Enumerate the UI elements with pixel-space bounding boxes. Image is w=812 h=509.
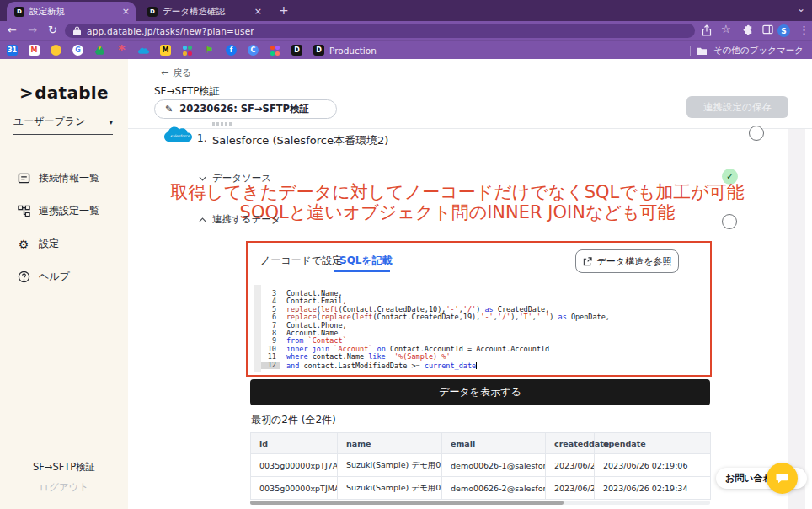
plan-selector[interactable]: ユーザープラン ▾ [13, 115, 113, 135]
sidebar-task-label: SF→SFTP検証 [0, 461, 128, 474]
bookmark-icon-drive[interactable] [94, 45, 105, 56]
back-nav-icon[interactable]: ← [8, 24, 17, 36]
sidebar-item-label: 接続情報一覧 [39, 171, 99, 185]
bookmark-icon-miro[interactable]: M [160, 45, 171, 56]
table-cell: 0035g00000xpTJMAA2 [251, 477, 338, 500]
annotation-line1: 取得してきたデータに対してノーコードだけでなくSQLでも加工が可能 [128, 182, 787, 202]
gear-icon: ⚙ [17, 238, 30, 251]
check-icon: ✓ [726, 171, 734, 182]
tab-title: データ構造確認 [163, 6, 251, 18]
table-cell: demo00626-1@salesforce.... [442, 454, 546, 477]
bookmark-icon-datable-prod[interactable]: D [313, 45, 324, 56]
lock-icon [73, 26, 81, 35]
chevron-up-icon [199, 217, 206, 222]
help-icon [17, 271, 30, 283]
bookmark-icon-gmail[interactable]: M [29, 45, 40, 56]
table-cell: 2023/06/26 02:19:34 [595, 477, 711, 500]
salesforce-logo-icon: salesforce [164, 125, 192, 143]
share-icon[interactable] [702, 24, 712, 36]
bookmark-icon-asterisk[interactable]: * [116, 45, 127, 56]
profile-avatar[interactable]: S [777, 24, 790, 37]
task-name-field[interactable]: ✎ 20230626: SF→SFTP検証 [154, 99, 337, 119]
browser-toolbar: ← → ↻ app.datable.jp/tasks/new?plan=user… [0, 21, 812, 40]
table-header-cell: name [338, 433, 442, 454]
svg-text:salesforce: salesforce [170, 134, 190, 138]
bookmark-icon-datable-dev[interactable]: D [291, 45, 302, 56]
table-hscroll-thumb[interactable] [250, 501, 564, 505]
bookmarks-separator [690, 46, 691, 56]
browser-tab-active[interactable]: D 設定新規 × [7, 2, 136, 21]
section-linkdata-toggle[interactable]: 連携するデータ [199, 213, 281, 226]
extensions-puzzle-icon[interactable] [743, 24, 754, 35]
other-bookmarks[interactable]: その他のブックマーク [690, 41, 804, 60]
bookmark-icon-figma[interactable] [270, 45, 280, 56]
window-chevron-icon[interactable]: ⌄ [797, 3, 805, 14]
source-connection-label: Salesforce (Salesforce本番環境2) [212, 133, 388, 148]
page-title: SF→SFTP検証 [154, 84, 219, 99]
table-cell: 2023/06/26 02:19:06 [595, 454, 711, 477]
result-count: 最初の2件 (全2件) [251, 413, 336, 427]
show-data-button[interactable]: データを表示する [250, 379, 710, 405]
caret-down-icon: ▾ [109, 118, 113, 126]
sidebar-item-label: ヘルプ [39, 270, 70, 284]
url-bar[interactable]: app.datable.jp/tasks/new?plan=user [65, 24, 695, 38]
bookmark-icon-flag[interactable]: ⚑ [204, 45, 215, 56]
list-doc-icon [17, 172, 30, 185]
browser-tab-inactive[interactable]: D データ構造確認 × [140, 2, 268, 21]
sidebar-item-label: 設定 [39, 237, 59, 251]
clipped-caption [212, 122, 232, 126]
bookmark-icon-thumbs-up[interactable] [51, 45, 61, 56]
table-cell: 2023/06/26 [546, 454, 595, 477]
main-panel: ← 戻る SF→SFTP検証 ✎ 20230626: SF→SFTP検証 連携設… [128, 59, 812, 509]
header-divider [128, 128, 812, 129]
bookmark-icon-facebook[interactable]: f [226, 45, 237, 56]
sidebar-item-label: 連携設定一覧 [39, 204, 99, 218]
app-sidebar: >datable ユーザープラン ▾ 接続情報一覧連携設定一覧⚙設定ヘルプ SF… [0, 59, 128, 509]
url-text: app.datable.jp/tasks/new?plan=user [87, 26, 254, 36]
table-row: 0035g00000xpTJ7AAMSuzuki(Sample) デモ用0626… [251, 454, 711, 477]
table-cell: Suzuki(Sample) デモ用0626... [338, 454, 442, 477]
sidebar-item-flow[interactable]: 連携設定一覧 [0, 195, 128, 228]
new-tab-button[interactable]: + [279, 3, 289, 17]
save-settings-button[interactable]: 連携設定の保存 [686, 96, 788, 118]
chat-icon [775, 472, 789, 485]
bookmark-star-icon[interactable]: ☆ [721, 23, 731, 35]
sidebar-item-list-doc[interactable]: 接続情報一覧 [0, 162, 128, 195]
back-arrow-icon: ← [161, 67, 168, 78]
step-number: 1. [197, 132, 206, 144]
step-radio-mid[interactable] [722, 214, 737, 229]
task-name-value: 20230626: SF→SFTP検証 [179, 103, 309, 115]
table-cell: Suzuki(Sample) デモ用0626... [338, 477, 442, 500]
logo-chevron-icon: > [19, 83, 34, 103]
side-panel-icon[interactable] [762, 24, 773, 35]
bookmark-label-datable-prod[interactable]: Production [329, 46, 377, 56]
annotation-rectangle [246, 241, 712, 377]
bookmark-icon-c-app[interactable]: C [248, 45, 259, 56]
sidebar-item-help[interactable]: ヘルプ [0, 260, 128, 293]
tab-close-icon[interactable]: × [254, 6, 262, 17]
browser-menu-icon[interactable]: ⋮ [799, 24, 809, 36]
back-button[interactable]: ← 戻る [161, 67, 191, 79]
forward-nav-icon[interactable]: → [28, 24, 37, 36]
bookmark-icon-calendar[interactable]: 31 [7, 45, 18, 56]
bookmark-icon-slack[interactable] [182, 45, 193, 56]
sidebar-item-gear[interactable]: ⚙設定 [0, 228, 128, 260]
bookmark-icon-salesforce-cloud[interactable] [138, 45, 149, 56]
tab-title: 設定新規 [29, 6, 119, 18]
table-header-cell: email [442, 433, 546, 454]
logout-link[interactable]: ログアウト [0, 481, 128, 494]
table-cell: 2023/06/26 [546, 477, 595, 500]
bookmark-icon-google[interactable]: G [72, 45, 83, 56]
preview-table: idnameemailcreateddateopendate 0035g0000… [250, 432, 711, 500]
folder-icon [697, 46, 708, 56]
refresh-icon[interactable]: ↻ [48, 24, 57, 36]
step-radio-top[interactable] [749, 126, 764, 141]
screen: D 設定新規 × D データ構造確認 × + ⌄ ← → ↻ app.datab… [0, 0, 812, 509]
content-scrollbar[interactable] [788, 129, 805, 509]
chat-bubble-button[interactable] [767, 463, 798, 494]
browser-chrome: D 設定新規 × D データ構造確認 × + ⌄ ← → ↻ app.datab… [0, 0, 812, 59]
table-header-cell: opendate [595, 433, 711, 454]
tab-close-icon[interactable]: × [122, 6, 130, 17]
datable-logo: >datable [0, 83, 128, 103]
table-cell: 0035g00000xpTJ7AAM [251, 454, 338, 477]
